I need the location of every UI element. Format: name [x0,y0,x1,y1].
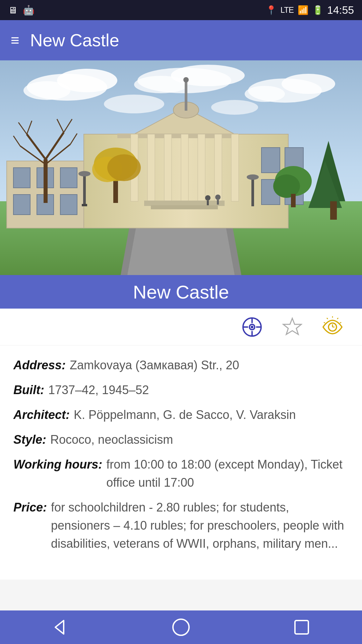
svg-point-90 [173,619,189,635]
svg-rect-61 [251,178,254,206]
notification-icon: 🖥 [8,5,17,16]
svg-rect-41 [144,201,225,206]
svg-point-8 [282,74,335,94]
star-icon [282,317,302,337]
style-row: Style: Rococo, neoclassicism [13,431,349,449]
castle-image [0,60,362,275]
architect-label: Architect: [13,406,70,424]
address-label: Address: [13,356,66,374]
working-hours-row: Working hours: from 10:00 to 18:00 (exce… [13,455,349,492]
svg-point-57 [107,154,141,181]
svg-rect-72 [217,200,219,205]
app-header: ≡ New Castle [0,20,362,60]
svg-rect-70 [207,201,209,205]
favorite-button[interactable] [279,314,306,340]
svg-rect-65 [330,201,337,220]
recents-button[interactable] [288,614,315,641]
svg-point-3 [23,81,70,100]
svg-point-62 [247,174,259,180]
svg-line-88 [324,322,325,323]
svg-line-87 [340,322,341,323]
hamburger-menu-icon[interactable]: ≡ [11,32,19,49]
style-label: Style: [13,431,46,449]
working-hours-label: Working hours: [13,455,102,492]
svg-marker-89 [55,621,64,634]
android-icon: 🤖 [23,5,35,16]
svg-rect-91 [295,621,308,634]
svg-point-79 [251,326,253,328]
architect-value: K. Pöppelmann, G. de Sacco, V. Varaksin [74,406,349,424]
caption-bar: New Castle [0,275,362,309]
svg-rect-22 [60,195,77,215]
battery-icon: 🔋 [312,5,323,15]
svg-point-71 [215,195,221,200]
svg-point-11 [211,100,258,115]
signal-icon: 📶 [298,5,308,15]
svg-point-10 [104,95,164,113]
details-area: Address: Zamkovaya (Замкавая) Str., 20 B… [0,345,362,580]
svg-point-69 [205,195,210,201]
status-bar: 🖥 🤖 📍 LTE 📶 🔋 14:55 [0,0,362,20]
location-icon [242,317,262,337]
location-button[interactable] [239,314,265,340]
svg-rect-43 [44,159,48,203]
back-icon [50,617,70,637]
recents-icon [292,617,312,637]
built-value: 1737–42, 1945–52 [48,381,349,399]
address-row: Address: Zamkovaya (Замкавая) Str., 20 [13,356,349,374]
home-icon [171,617,191,637]
location-status-icon: 📍 [266,5,277,15]
svg-rect-28 [185,80,187,111]
page-title: New Castle [30,30,119,50]
svg-rect-18 [60,168,77,188]
svg-point-29 [183,77,189,83]
style-value: Rococo, neoclassicism [50,431,349,449]
bottom-nav [0,610,362,644]
svg-rect-42 [151,205,218,209]
architect-row: Architect: K. Pöppelmann, G. de Sacco, V… [13,406,349,424]
eye-clock-icon [321,316,344,338]
action-row [0,309,362,345]
svg-line-85 [337,318,338,319]
svg-point-67 [273,174,300,198]
lte-icon: LTE [281,5,294,15]
svg-rect-33 [181,134,188,201]
svg-rect-60 [82,204,87,206]
price-row: Price: for schoolchildren - 2.80 rubles;… [13,498,349,553]
svg-point-9 [245,86,285,102]
built-label: Built: [13,381,44,399]
svg-rect-31 [147,134,155,201]
svg-rect-58 [83,174,86,206]
status-bar-left: 🖥 🤖 [8,5,35,16]
svg-line-86 [327,318,328,319]
svg-rect-37 [261,148,280,173]
svg-rect-16 [13,168,30,188]
svg-rect-35 [215,134,222,201]
eye-button[interactable] [319,314,346,340]
status-bar-right: 📍 LTE 📶 🔋 14:55 [266,4,354,16]
back-button[interactable] [47,614,74,641]
svg-point-6 [134,76,188,93]
svg-point-59 [78,171,90,176]
address-value: Zamkovaya (Замкавая) Str., 20 [70,356,349,374]
svg-rect-20 [13,195,30,215]
price-label: Price: [13,498,47,553]
svg-rect-68 [291,194,296,207]
built-row: Built: 1737–42, 1945–52 [13,381,349,399]
svg-rect-34 [198,134,205,201]
svg-rect-36 [231,134,239,201]
price-value: for schoolchildren - 2.80 rubles; for st… [51,498,349,553]
caption-title: New Castle [133,281,229,303]
working-hours-value: from 10:00 to 18:00 (except Monday), Tic… [106,455,349,492]
svg-rect-32 [164,134,172,201]
home-button[interactable] [168,614,194,641]
status-time: 14:55 [327,4,354,16]
castle-illustration [0,60,362,275]
svg-marker-80 [283,318,301,334]
